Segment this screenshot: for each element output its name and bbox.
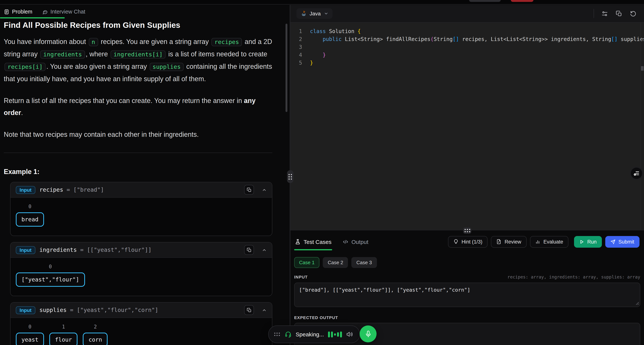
problem-paragraph-1: You have information about n recipes. Yo… [4,36,272,85]
chevron-up-icon[interactable] [262,308,267,313]
drag-handle-icon[interactable] [274,333,280,336]
panel-divider-handle[interactable] [287,170,294,183]
java-logo-icon [300,10,306,16]
line-number: 2 [290,35,310,43]
param-value-expr: = [["yeast","flour"]] [80,247,152,253]
tab-interview-chat-label: Interview Chat [50,9,85,15]
example-card-supplies: Input supplies = ["yeast","flour","corn"… [10,302,272,345]
example-card-recipes-body: 0 bread [10,197,272,236]
line-number: 4 [290,51,310,59]
activity-list-button[interactable] [630,166,643,180]
parameter-signature: recipes: array, ingredients: array, supp… [508,274,640,280]
voice-status-text: Speaking... [296,331,324,338]
problem-scrollbar-thumb[interactable] [286,24,288,112]
problem-panel: Problem Interview Chat Find All Possible… [0,5,290,345]
code-text: class Solution { [310,27,361,35]
review-button-label: Review [505,239,521,245]
submit-button[interactable]: Submit [605,236,640,248]
tab-test-cases-label: Test Cases [304,239,332,245]
problem-paragraph-3: Note that two recipes may contain each o… [4,128,272,141]
active-tab-underline [0,17,65,18]
case-2-button[interactable]: Case 2 [323,257,348,268]
array-item: 2 corn [83,324,108,345]
code-line: 4 } [290,51,644,59]
toolbar-remnant-red [511,0,534,2]
code-brackets-icon [343,239,348,245]
section-divider [4,153,272,153]
array-index: 0 [28,204,32,209]
array-value-chip: ["yeast","flour"] [16,273,85,287]
microphone-icon [364,330,372,338]
grip-dots-icon [464,229,470,232]
tab-problem[interactable]: Problem [4,9,32,15]
tab-output[interactable]: Output [342,233,369,250]
example-card-recipes-header: Input recipes = ["bread"] [10,182,272,197]
editor-scrollbar-thumb[interactable] [641,66,644,71]
editor-column: Java 1 cla [290,5,644,345]
interview-app: Problem Interview Chat Find All Possible… [0,0,644,345]
param-name: recipes [40,186,63,193]
param-name: ingredients [40,247,77,253]
tab-interview-chat[interactable]: Interview Chat [42,9,85,15]
copy-code-icon[interactable] [616,10,622,17]
case-1-button[interactable]: Case 1 [294,257,319,268]
code-line: 1 class Solution { [290,27,644,35]
input-badge: Input [16,246,35,254]
code-text: } [310,59,313,67]
panel-divider-horizontal-handle[interactable] [463,227,471,234]
problem-paragraph-2: Return a list of all the recipes that yo… [4,95,272,119]
example-heading: Example 1: [4,168,272,176]
array-index: 0 [49,264,52,270]
language-selector[interactable]: Java [296,8,332,19]
array-value-chip: bread [16,212,44,227]
copy-button[interactable] [244,185,254,195]
param-value-expr: = ["yeast","flour","corn"] [70,307,158,314]
copy-button[interactable] [244,245,254,255]
array-item: 0 bread [16,204,44,227]
line-number: 5 [290,59,310,67]
editor-settings-icon[interactable] [602,10,608,17]
example-card-ingredients-body: 0 ["yeast","flour"] [10,257,272,296]
input-label: INPUT [294,275,308,279]
speaker-icon[interactable] [346,331,353,338]
tab-output-label: Output [351,239,368,245]
flask-icon [295,239,300,245]
language-label: Java [310,10,321,16]
example-card-supplies-body: 0 yeast 1 flour 2 corn [10,318,272,345]
hint-button-label: Hint (1/3) [462,239,482,245]
test-input-field[interactable]: ["bread"], [["yeast","flour"]], ["yeast"… [294,283,640,307]
problem-title: Find All Possible Recipes from Given Sup… [4,21,272,30]
input-badge: Input [16,186,35,194]
microphone-button[interactable] [360,326,376,342]
review-button[interactable]: Review [491,236,527,248]
test-panel-tabbar: Test Cases Output Hint (1/3) [294,233,640,250]
case-3-button[interactable]: Case 3 [352,257,377,268]
problem-panel-tabbar: Problem Interview Chat [0,5,290,18]
hint-button[interactable]: Hint (1/3) [448,236,488,248]
chevron-up-icon[interactable] [262,187,267,192]
evaluate-button[interactable]: Evaluate [530,236,568,248]
array-index: 1 [62,324,65,330]
reset-code-icon[interactable] [630,10,636,17]
example-card-ingredients-header: Input ingredients = [["yeast","flour"]] [10,242,272,257]
array-value-chip: flour [49,333,78,345]
editor-scrollbar-track [640,22,641,230]
copy-button[interactable] [244,305,254,315]
expected-output-label: EXPECTED OUTPUT [294,315,338,320]
chevron-up-icon[interactable] [262,248,267,252]
tab-test-cases[interactable]: Test Cases [294,233,332,250]
document-icon [4,9,10,14]
code-text: public List<String> findAllRecipes(Strin… [310,35,644,43]
example-card-supplies-header: Input supplies = ["yeast","flour","corn"… [10,303,272,318]
code-line: 2 public List<String> findAllRecipes(Str… [290,35,644,43]
param-name: supplies [40,307,67,314]
code-line: 5 } [290,59,644,67]
run-button[interactable]: Run [574,236,602,248]
code-editor[interactable]: 1 class Solution { 2 public List<String>… [290,22,644,230]
line-number: 1 [290,27,310,35]
evaluate-button-label: Evaluate [544,239,563,245]
input-badge: Input [16,306,35,314]
panel-divider-horizontal[interactable] [290,230,644,233]
play-icon [579,239,584,244]
line-number: 3 [290,43,310,51]
